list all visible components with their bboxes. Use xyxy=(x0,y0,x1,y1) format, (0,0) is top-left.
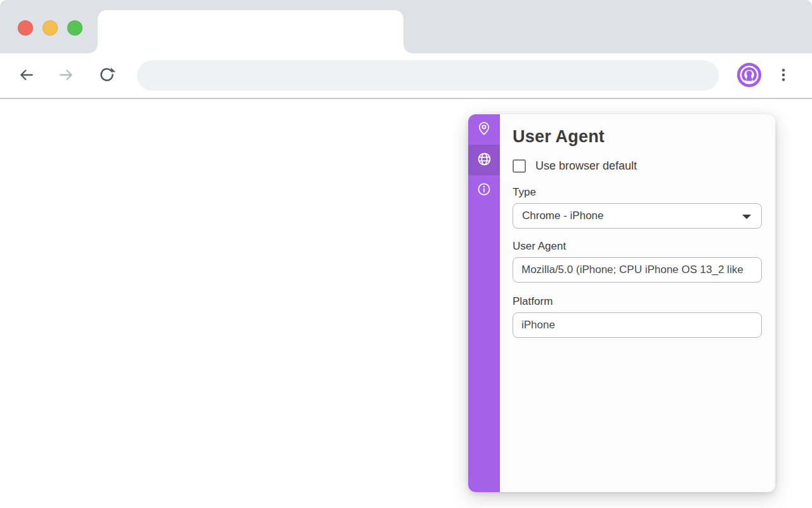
platform-input[interactable] xyxy=(513,312,762,338)
window-controls xyxy=(18,20,82,36)
globe-icon xyxy=(476,151,492,170)
user-agent-input[interactable] xyxy=(513,257,762,283)
type-select[interactable]: Chrome - iPhone xyxy=(513,203,762,229)
type-select-value: Chrome - iPhone xyxy=(522,210,604,222)
extension-popup: User Agent Use browser default Type Chro… xyxy=(468,114,775,492)
browser-toolbar xyxy=(0,53,812,99)
use-browser-default-label: Use browser default xyxy=(535,159,637,173)
type-label: Type xyxy=(513,186,762,199)
maximize-window-button[interactable] xyxy=(67,20,82,36)
extension-button[interactable] xyxy=(735,62,763,90)
forward-button[interactable] xyxy=(52,62,80,90)
platform-label: Platform xyxy=(513,295,762,308)
location-pin-icon xyxy=(476,121,492,138)
vytal-keyhole-icon xyxy=(736,62,763,90)
sidebar-item-user-agent[interactable] xyxy=(468,145,500,175)
reload-button[interactable] xyxy=(93,62,121,90)
forward-arrow-icon xyxy=(58,67,74,85)
sidebar-item-info[interactable] xyxy=(468,175,500,206)
popup-main: User Agent Use browser default Type Chro… xyxy=(500,114,775,492)
back-arrow-icon xyxy=(18,67,35,85)
use-browser-default-checkbox[interactable] xyxy=(513,159,526,173)
info-icon xyxy=(476,182,492,199)
tab-strip xyxy=(0,0,812,53)
popup-sidebar xyxy=(468,114,500,492)
use-browser-default-row: Use browser default xyxy=(513,159,762,173)
back-button[interactable] xyxy=(13,62,41,90)
address-bar-input[interactable] xyxy=(137,60,719,91)
close-window-button[interactable] xyxy=(18,20,33,36)
browser-window: User Agent Use browser default Type Chro… xyxy=(0,0,812,508)
page-content: User Agent Use browser default Type Chro… xyxy=(0,99,812,508)
user-agent-label: User Agent xyxy=(513,240,762,253)
browser-menu-button[interactable] xyxy=(771,62,796,90)
minimize-window-button[interactable] xyxy=(43,20,58,36)
chevron-down-icon xyxy=(742,215,751,219)
page-title: User Agent xyxy=(513,127,762,147)
browser-tab[interactable] xyxy=(98,10,403,53)
sidebar-item-location[interactable] xyxy=(468,114,500,145)
kebab-menu-icon xyxy=(775,67,792,85)
reload-icon xyxy=(98,66,115,85)
